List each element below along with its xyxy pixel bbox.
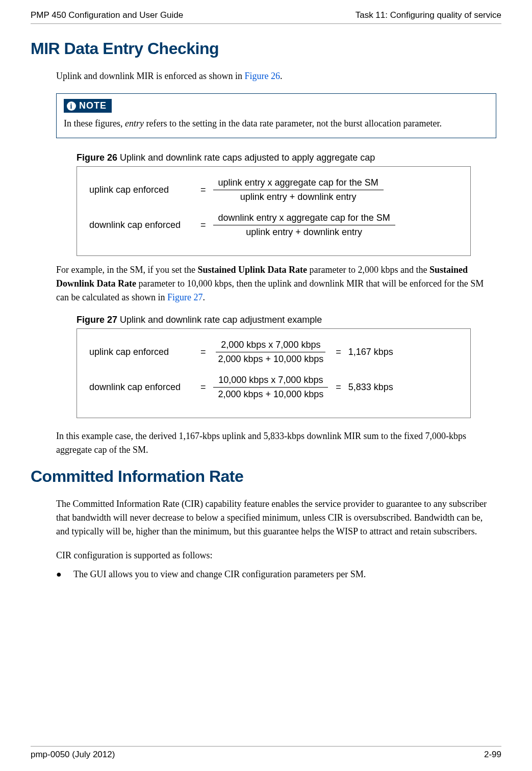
bullet-text: The GUI allows you to view and change CI…	[73, 568, 366, 581]
eq1-lhs: uplink cap enforced	[89, 185, 196, 195]
f27-eq1-result: 1,167 kbps	[345, 347, 393, 357]
cir-para2: CIR configuration is supported as follow…	[56, 549, 496, 562]
intro-text-before: Uplink and downlink MIR is enforced as s…	[56, 71, 244, 81]
figure26-label: Figure 26 Uplink and downlink rate caps …	[77, 152, 501, 163]
figure26-label-bold: Figure 26	[77, 152, 117, 163]
eq2-den: uplink entry + downlink entry	[241, 225, 367, 239]
list-item: ● The GUI allows you to view and change …	[56, 568, 501, 581]
equals-sign: =	[332, 382, 345, 393]
note-after: refers to the setting in the data rate p…	[144, 118, 442, 128]
figure27-link[interactable]: Figure 27	[167, 292, 203, 302]
f27-eq2-den: 2,000 kbps + 10,000 kbps	[213, 388, 329, 401]
cir-bullet-list: ● The GUI allows you to view and change …	[56, 568, 501, 581]
section-heading-mir: MIR Data Entry Checking	[31, 39, 501, 58]
f27-eq1-num: 2,000 kbps x 7,000 kbps	[216, 338, 325, 352]
f27-eq1-lhs: uplink cap enforced	[89, 347, 196, 357]
cir-para1: The Committed Information Rate (CIR) cap…	[56, 497, 496, 538]
ex-b1: Sustained Uplink Data Rate	[197, 265, 307, 275]
info-icon: i	[66, 101, 77, 111]
example-conclusion: In this example case, the derived 1,167-…	[56, 429, 496, 457]
note-label: NOTE	[79, 100, 107, 111]
figure27-eq1: uplink cap enforced = 2,000 kbps x 7,000…	[89, 338, 458, 366]
doc-title: PMP 450 Configuration and User Guide	[31, 10, 183, 20]
equals-sign: =	[196, 185, 210, 195]
intro-text-after: .	[280, 71, 283, 81]
figure26-box: uplink cap enforced = uplink entry x agg…	[77, 166, 471, 256]
f27-eq1-fraction: 2,000 kbps x 7,000 kbps 2,000 kbps + 10,…	[213, 338, 329, 366]
footer-right: 2-99	[484, 750, 501, 760]
figure26-link[interactable]: Figure 26	[244, 71, 280, 81]
f27-eq1-den: 2,000 kbps + 10,000 kbps	[213, 352, 329, 366]
eq2-lhs: downlink cap enforced	[89, 220, 196, 230]
equals-sign: =	[196, 347, 210, 357]
eq1-fraction: uplink entry x aggregate cap for the SM …	[213, 176, 384, 204]
figure27-label-rest: Uplink and downlink rate cap adjustment …	[117, 315, 322, 325]
figure27-eq2: downlink cap enforced = 10,000 kbps x 7,…	[89, 373, 458, 401]
eq1-den: uplink entry + downlink entry	[235, 190, 362, 204]
eq2-fraction: downlink entry x aggregate cap for the S…	[213, 211, 395, 239]
f27-eq2-lhs: downlink cap enforced	[89, 382, 196, 393]
note-text: In these figures, entry refers to the se…	[64, 117, 489, 131]
task-title: Task 11: Configuring quality of service	[356, 10, 501, 20]
ex-t4: .	[202, 292, 205, 302]
f27-eq2-fraction: 10,000 kbps x 7,000 kbps 2,000 kbps + 10…	[213, 373, 329, 401]
figure26-eq1: uplink cap enforced = uplink entry x agg…	[89, 176, 458, 204]
section-heading-cir: Committed Information Rate	[31, 467, 501, 486]
page-header: PMP 450 Configuration and User Guide Tas…	[31, 10, 501, 24]
f27-eq2-num: 10,000 kbps x 7,000 kbps	[213, 373, 328, 388]
figure27-label-bold: Figure 27	[77, 315, 117, 325]
note-before: In these figures,	[64, 118, 125, 128]
note-em: entry	[125, 118, 144, 128]
equals-sign: =	[332, 347, 345, 357]
footer-left: pmp-0050 (July 2012)	[31, 750, 115, 760]
svg-text:i: i	[70, 102, 73, 110]
ex-t2: parameter to 2,000 kbps and the	[307, 265, 429, 275]
figure26-eq2: downlink cap enforced = downlink entry x…	[89, 211, 458, 239]
ex-t1: For example, in the SM, if you set the	[56, 265, 197, 275]
bullet-dot-icon: ●	[56, 568, 73, 581]
eq2-num: downlink entry x aggregate cap for the S…	[213, 211, 395, 225]
note-badge: i NOTE	[64, 99, 112, 113]
figure26-label-rest: Uplink and downlink rate caps adjusted t…	[117, 152, 375, 163]
page-footer: pmp-0050 (July 2012) 2-99	[31, 746, 501, 760]
example-paragraph: For example, in the SM, if you set the S…	[56, 263, 496, 304]
f27-eq2-result: 5,833 kbps	[345, 382, 393, 393]
intro-paragraph: Uplink and downlink MIR is enforced as s…	[56, 69, 496, 83]
figure27-box: uplink cap enforced = 2,000 kbps x 7,000…	[77, 328, 471, 418]
note-box: i NOTE In these figures, entry refers to…	[56, 93, 496, 138]
equals-sign: =	[196, 220, 210, 230]
eq1-num: uplink entry x aggregate cap for the SM	[213, 176, 384, 190]
equals-sign: =	[196, 382, 210, 393]
figure27-label: Figure 27 Uplink and downlink rate cap a…	[77, 315, 501, 325]
